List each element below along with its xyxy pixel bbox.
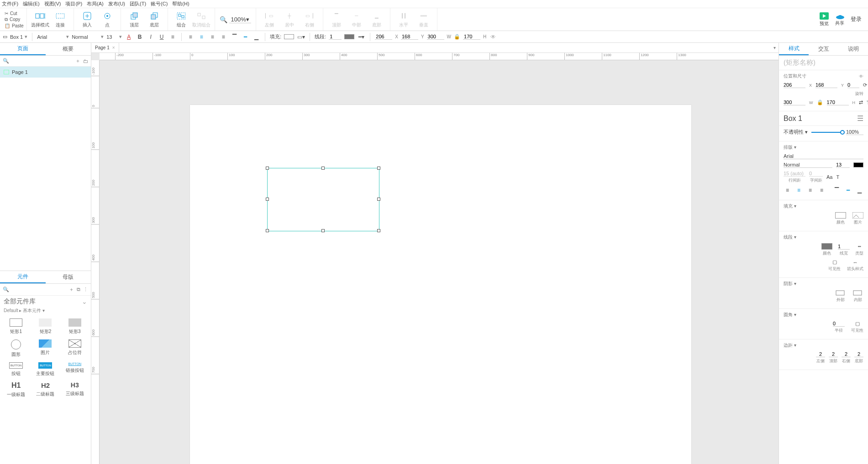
y-label: Y bbox=[421, 34, 424, 39]
lock-aspect-icon[interactable]: 🔒 bbox=[454, 34, 460, 40]
visibility-toggle[interactable]: 👁 bbox=[489, 33, 497, 41]
align-right-button[interactable]: ▭▕右侧 bbox=[300, 11, 319, 28]
widget-selector[interactable]: Box 1▾ bbox=[10, 34, 27, 40]
svg-rect-17 bbox=[202, 16, 205, 19]
widget-icon: ▭ bbox=[3, 34, 7, 40]
svg-rect-2 bbox=[45, 14, 45, 18]
svg-rect-1 bbox=[40, 14, 44, 18]
zoom-input[interactable]: 100% ▾ bbox=[229, 16, 251, 23]
menu-project[interactable]: 项目(P) bbox=[65, 0, 82, 7]
menu-file[interactable]: 文件(F) bbox=[2, 0, 18, 7]
cut-button[interactable]: ✂Cut bbox=[5, 11, 24, 16]
ungroup-button[interactable]: 取消组合 bbox=[192, 11, 211, 28]
svg-rect-0 bbox=[36, 14, 39, 18]
login-link[interactable]: 登录 bbox=[851, 16, 862, 23]
size-h-input[interactable] bbox=[463, 34, 480, 40]
svg-rect-12 bbox=[151, 15, 156, 19]
paste-button[interactable]: 📋Paste bbox=[5, 23, 24, 28]
distribute-v-button[interactable]: ══垂直 bbox=[414, 11, 433, 28]
align-bottom-button[interactable]: ▁底部 bbox=[367, 11, 386, 28]
font-weight-select[interactable]: Normal▾ bbox=[72, 34, 104, 40]
align-top-button[interactable]: ▔顶部 bbox=[327, 11, 346, 28]
point-button[interactable]: 点 bbox=[98, 11, 117, 28]
zoom-icon: 🔍 bbox=[220, 16, 227, 23]
menu-bar: 文件(F) 编辑(E) 视图(V) 项目(P) 布局(A) 发布(U) 团队(T… bbox=[0, 0, 868, 8]
copy-button[interactable]: ⧉Copy bbox=[5, 17, 24, 22]
pos-x-input[interactable] bbox=[375, 34, 392, 40]
line-width-input[interactable] bbox=[329, 34, 342, 40]
menu-layout[interactable]: 布局(A) bbox=[87, 0, 104, 7]
preview-button[interactable]: 预览 bbox=[820, 12, 829, 27]
w-label: W bbox=[447, 34, 451, 39]
format-toolbar: ▭ Box 1▾ Arial▾ Normal▾ 13▾ A B I U ≡ ≡ … bbox=[0, 31, 868, 43]
underline-button[interactable]: U bbox=[158, 33, 166, 41]
valign-bot[interactable]: ▁ bbox=[252, 33, 260, 41]
line-color-chip[interactable] bbox=[344, 34, 354, 39]
text-align-right[interactable]: ≡ bbox=[208, 33, 216, 41]
svg-rect-15 bbox=[182, 16, 184, 18]
italic-button[interactable]: I bbox=[147, 33, 155, 41]
text-align-center[interactable]: ≡ bbox=[197, 33, 205, 41]
distribute-h-button[interactable]: ┃┃水平 bbox=[394, 11, 413, 28]
valign-mid[interactable]: ━ bbox=[241, 33, 249, 41]
align-center-button[interactable]: ┼居中 bbox=[280, 11, 299, 28]
copy-icon: ⧉ bbox=[5, 17, 8, 22]
size-w-input[interactable] bbox=[427, 34, 444, 40]
share-button[interactable]: 共享 bbox=[835, 13, 844, 26]
valign-top[interactable]: ▔ bbox=[230, 33, 238, 41]
cut-icon: ✂ bbox=[5, 11, 8, 16]
select-mode-button[interactable]: 选择模式 bbox=[31, 11, 50, 28]
svg-rect-3 bbox=[56, 14, 64, 18]
align-middle-button[interactable]: ─中部 bbox=[347, 11, 366, 28]
line-label: 线段: bbox=[315, 33, 326, 40]
svg-rect-16 bbox=[198, 13, 200, 16]
text-color-button[interactable]: A bbox=[125, 33, 133, 41]
font-size-select[interactable]: 13▾ bbox=[106, 34, 122, 40]
x-label: X bbox=[395, 34, 398, 39]
fill-menu[interactable]: ▭▾ bbox=[297, 33, 305, 41]
svg-rect-14 bbox=[179, 14, 181, 16]
svg-point-20 bbox=[836, 16, 844, 19]
clipboard-group: ✂Cut ⧉Copy 📋Paste bbox=[2, 8, 27, 31]
fill-color-chip[interactable] bbox=[284, 34, 294, 39]
text-align-left[interactable]: ≡ bbox=[186, 33, 195, 41]
font-family-select[interactable]: Arial▾ bbox=[37, 34, 69, 40]
menu-edit[interactable]: 编辑(E) bbox=[23, 0, 40, 7]
menu-view[interactable]: 视图(V) bbox=[44, 0, 61, 7]
bullet-button[interactable]: ≡ bbox=[168, 33, 177, 41]
svg-rect-10 bbox=[133, 13, 137, 17]
menu-account[interactable]: 账号(C) bbox=[151, 0, 168, 7]
menu-help[interactable]: 帮助(H) bbox=[172, 0, 189, 7]
text-align-justify[interactable]: ≡ bbox=[219, 33, 227, 41]
menu-publish[interactable]: 发布(U) bbox=[108, 0, 125, 7]
send-back-button[interactable]: 底层 bbox=[145, 11, 164, 28]
line-style-menu[interactable]: ━▾ bbox=[357, 33, 365, 41]
main-toolbar: ✂Cut ⧉Copy 📋Paste 选择模式 连接 插入 点 顶层 底层 组合 … bbox=[0, 8, 868, 31]
bold-button[interactable]: B bbox=[136, 33, 144, 41]
fill-label: 填充: bbox=[270, 33, 281, 40]
h-label: H bbox=[483, 34, 486, 39]
insert-button[interactable]: 插入 bbox=[78, 11, 97, 28]
connect-mode-button[interactable]: 连接 bbox=[51, 11, 70, 28]
align-left-button[interactable]: ▏▭左侧 bbox=[260, 11, 279, 28]
bring-front-button[interactable]: 顶层 bbox=[125, 11, 144, 28]
group-button[interactable]: 组合 bbox=[172, 11, 191, 28]
menu-team[interactable]: 团队(T) bbox=[130, 0, 146, 7]
svg-point-7 bbox=[106, 15, 108, 17]
pos-y-input[interactable] bbox=[401, 34, 418, 40]
paste-icon: 📋 bbox=[5, 23, 10, 28]
